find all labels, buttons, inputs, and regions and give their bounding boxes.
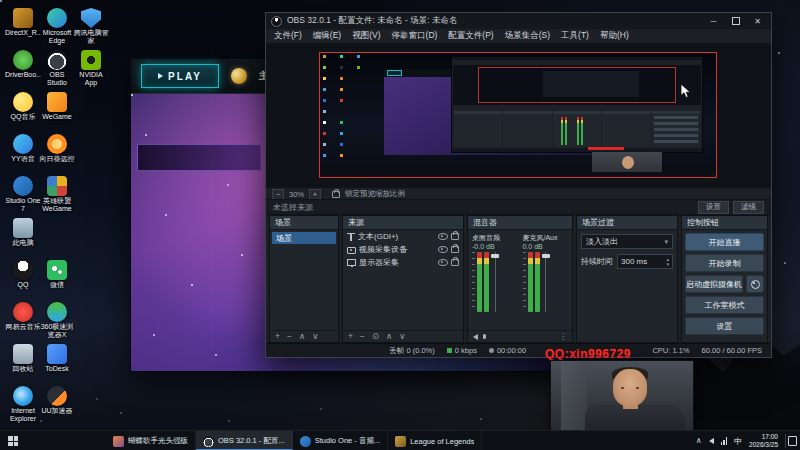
menu-profile[interactable]: 配置文件(P) xyxy=(448,30,493,42)
start-button[interactable] xyxy=(0,431,26,450)
scene-up-button[interactable]: ∧ xyxy=(299,332,305,341)
remove-scene-button[interactable]: − xyxy=(287,332,292,341)
desktop-icon-sunlogin[interactable]: 向日葵远控 xyxy=(40,134,74,163)
webcam-overlay[interactable] xyxy=(550,360,694,434)
volume-meter xyxy=(472,252,518,312)
mixer-footer: ⋮ xyxy=(468,330,572,342)
desktop-icon-lol-wegame[interactable]: 英雄联盟WeGame xyxy=(40,176,74,213)
close-button[interactable]: ✕ xyxy=(749,15,766,28)
scenes-panel-header: 场景 xyxy=(270,216,338,230)
zoom-lock-icon[interactable] xyxy=(332,191,340,198)
taskbar-app-league[interactable]: League of Legends xyxy=(388,431,482,450)
source-properties-button[interactable]: 设置 xyxy=(698,201,729,214)
display-source-icon xyxy=(347,259,356,266)
maximize-button[interactable] xyxy=(727,15,744,28)
source-filters-button[interactable]: 滤镜 xyxy=(733,201,764,214)
zoom-out-button[interactable]: − xyxy=(272,189,284,200)
tray-expand-icon[interactable]: ∧ xyxy=(696,437,702,445)
desktop-icon-ie[interactable]: Internet Explorer xyxy=(6,386,40,423)
desktop-icon-edge[interactable]: Microsoft Edge xyxy=(40,8,74,45)
mic-mute-icon[interactable] xyxy=(483,334,486,339)
desktop-icon-wechat[interactable]: 微信 xyxy=(40,260,74,289)
volume-slider[interactable] xyxy=(491,252,499,312)
transition-select[interactable]: 淡入淡出 ▾ xyxy=(581,234,673,249)
menu-help[interactable]: 帮助(H) xyxy=(600,30,629,42)
remove-source-button[interactable]: − xyxy=(360,332,365,341)
desktop-icon-recycle-bin[interactable]: 回收站 xyxy=(6,344,40,373)
tray-clock[interactable]: 17:00 2026/3/25 xyxy=(749,433,778,449)
desktop-icon-tencent-pc-manager[interactable]: 腾讯电脑管家 xyxy=(74,8,108,45)
start-recording-button[interactable]: 开始录制 xyxy=(685,254,764,272)
play-button[interactable]: PLAY xyxy=(141,64,219,88)
obs-preview-area[interactable] xyxy=(266,43,771,187)
input-method-indicator[interactable]: 中 xyxy=(734,436,742,447)
menu-scene-collection[interactable]: 场景集合(S) xyxy=(505,30,550,42)
mixer-options-icon[interactable]: ⋮ xyxy=(559,333,567,341)
desktop-icon-obs[interactable]: OBS Studio xyxy=(40,50,74,87)
visibility-eye-icon[interactable] xyxy=(438,233,448,240)
source-down-button[interactable]: ∨ xyxy=(399,332,405,341)
lock-icon[interactable] xyxy=(451,259,459,266)
tft-coin-icon[interactable] xyxy=(231,68,247,84)
desktop-icon-studio-one[interactable]: Studio One 7 xyxy=(6,176,40,213)
desktop-icon-wegame[interactable]: WeGame xyxy=(40,92,74,121)
settings-button[interactable]: 设置 xyxy=(685,317,764,335)
desktop-icon-todesk[interactable]: ToDesk xyxy=(40,344,74,373)
duration-value: 300 ms xyxy=(621,257,647,266)
taskbar-app-studio-one[interactable]: Studio One - 音频... xyxy=(293,431,388,450)
volume-slider[interactable] xyxy=(542,252,550,312)
source-properties-icon[interactable]: ⊙ xyxy=(372,332,379,341)
source-up-button[interactable]: ∧ xyxy=(386,332,392,341)
obs-titlebar[interactable]: OBS 32.0.1 - 配置文件: 未命名 - 场景: 未命名 ─ ✕ xyxy=(266,13,771,30)
desktop-icon-driverbooster[interactable]: DriverBoo... xyxy=(6,50,40,79)
duration-spinner[interactable]: 300 ms ▴▾ xyxy=(617,254,673,269)
menu-file[interactable]: 文件(F) xyxy=(274,30,302,42)
start-streaming-button[interactable]: 开始直播 xyxy=(685,233,764,251)
notification-center-button[interactable] xyxy=(785,434,798,448)
virtual-camera-settings-button[interactable] xyxy=(746,275,764,293)
qq-icon xyxy=(13,260,33,280)
add-source-button[interactable]: + xyxy=(348,332,353,341)
league-event-banner[interactable] xyxy=(137,144,261,171)
scene-item[interactable]: 场景 xyxy=(272,232,336,244)
volume-icon[interactable] xyxy=(709,438,714,444)
visibility-eye-icon[interactable] xyxy=(438,259,448,266)
source-row-video-capture[interactable]: 视频采集设备 xyxy=(343,243,463,256)
minimize-button[interactable]: ─ xyxy=(705,15,722,28)
source-row-display-capture[interactable]: 显示器采集 xyxy=(343,256,463,269)
virtual-camera-button[interactable]: 启动虚拟摄像机 xyxy=(685,275,743,293)
desktop-icon-qq-music[interactable]: QQ音乐 xyxy=(6,92,40,121)
source-row-text[interactable]: 文本(GDI+) xyxy=(343,230,463,243)
capture-taskbar xyxy=(320,172,716,177)
add-scene-button[interactable]: + xyxy=(275,332,280,341)
menu-edit[interactable]: 编辑(E) xyxy=(313,30,341,42)
source-toolbar: 未选择来源 设置 滤镜 xyxy=(266,199,771,215)
desktop-icon-qq[interactable]: QQ xyxy=(6,260,40,289)
desktop-icon-yy[interactable]: YY语音 xyxy=(6,134,40,163)
speaker-mute-icon[interactable] xyxy=(473,334,478,340)
sunlogin-icon xyxy=(47,134,67,154)
desktop-icon-this-pc[interactable]: 此电脑 xyxy=(6,218,40,247)
system-tray: ∧ 中 17:00 2026/3/25 xyxy=(696,431,800,450)
capture-meter xyxy=(565,117,567,145)
taskbar-app-obs[interactable]: OBS 32.0.1 - 配置... xyxy=(196,431,293,450)
taskbar-app-media[interactable]: 蝴蝶歌手光头强版 xyxy=(106,431,196,450)
visibility-eye-icon[interactable] xyxy=(438,246,448,253)
menu-docks[interactable]: 停靠窗口(D) xyxy=(392,30,438,42)
network-icon[interactable] xyxy=(721,437,728,445)
scenes-toolbar: + − ∧ ∨ xyxy=(270,330,338,342)
spinner-arrows[interactable]: ▴▾ xyxy=(666,257,669,266)
scene-down-button[interactable]: ∨ xyxy=(312,332,318,341)
lock-icon[interactable] xyxy=(451,246,459,253)
zoom-in-button[interactable]: + xyxy=(309,189,321,200)
desktop-icon-360-browser[interactable]: 360极速浏览器X xyxy=(40,302,74,339)
desktop-icon-netease-music[interactable]: 网易云音乐 xyxy=(6,302,40,331)
menu-view[interactable]: 视图(V) xyxy=(352,30,380,42)
lock-icon[interactable] xyxy=(451,233,459,240)
desktop-icon-directx[interactable]: DirectX_R... xyxy=(6,8,40,37)
duration-label: 持续时间 xyxy=(581,256,613,267)
studio-mode-button[interactable]: 工作室模式 xyxy=(685,296,764,314)
desktop-icon-uu[interactable]: UU加速器 xyxy=(40,386,74,415)
desktop-icon-nvidia-app[interactable]: NVIDIA App xyxy=(74,50,108,87)
menu-tools[interactable]: 工具(T) xyxy=(561,30,589,42)
